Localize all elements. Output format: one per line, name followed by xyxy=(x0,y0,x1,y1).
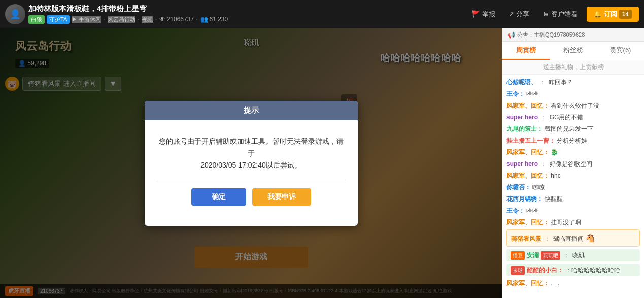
list-item: 风家军、回忆： 🐉 xyxy=(506,148,640,157)
notice-text: 公告：主播QQ1978059628 xyxy=(517,31,585,39)
list-item: 风家军、回忆： . . . xyxy=(506,279,640,288)
list-item: 心鲸呢语、 ： 咋回事？ xyxy=(506,78,640,87)
horse-icon: 🐴 xyxy=(585,232,595,244)
msg-username: 心鲸呢语、 xyxy=(506,79,537,86)
share-button[interactable]: ↗ 分享 xyxy=(504,8,533,21)
avatar-image: 👤 xyxy=(5,4,25,24)
msg-username: 九尾的策士： xyxy=(506,125,543,133)
client-button[interactable]: 🖥 客户端看 xyxy=(538,8,582,21)
tab-fans[interactable]: 粉丝榜 xyxy=(550,42,597,60)
dialog-header: 提示 xyxy=(145,101,358,120)
list-item-highlight2: 米球 酷酷的小白： ：哈哈哈哈哈哈哈哈 xyxy=(506,264,640,276)
list-item: 风家军、回忆： 挂哥没了啊 xyxy=(506,218,640,227)
share-icon: ↗ xyxy=(509,10,514,18)
msg-text: ：哈哈哈哈哈哈哈哈 xyxy=(565,266,620,275)
chat-messages: 心鲸呢语、 ： 咋回事？ 王令： 哈哈 风家军、回忆： 看到什么软件了没 sup… xyxy=(502,75,644,298)
msg-username: super hero xyxy=(506,160,538,168)
tag-game[interactable]: ▶ 手游休闲 xyxy=(72,16,101,23)
fans-icon: 👥 xyxy=(200,16,208,23)
msg-text: 快醒醒 xyxy=(545,195,563,203)
main-content: 风云岛行动 晓矶 哈哈哈哈哈哈哈哈 👤 59,298 🐷 骑猪看风景 进入直播间… xyxy=(0,28,644,298)
msg-username: 花西月锦绣： xyxy=(506,195,543,203)
avatar-area: 👤 加特林版本滑板鞋，4排带粉上星穹 白狼 守护TA ▶ 手游休闲 · 风云岛行… xyxy=(5,4,228,24)
list-item: 挂主播五上一曹： 分析分析娃 xyxy=(506,136,640,145)
msg-text: 晓矶 xyxy=(572,251,585,260)
chat-sidebar: 📢 公告：主播QQ1978059628 周贡榜 粉丝榜 贵宾(6) 送主播礼物，… xyxy=(502,28,644,298)
msg-text: 好像是谷歌空间 xyxy=(550,160,592,168)
dialog-overlay: 提示 您的账号由于开启辅助或加速工具。暂时无法登录游戏，请于2020/03/05… xyxy=(0,28,502,298)
msg-username: 风家军、回忆： xyxy=(506,149,549,156)
list-item: 九尾的策士： 截图的兄弟发一下 xyxy=(506,124,640,134)
msg-text: hhc xyxy=(551,172,560,179)
list-item: 风家军、回忆： hhc xyxy=(506,171,640,180)
sep3: · xyxy=(155,15,157,24)
dialog-body: 您的账号由于开启辅助或加速工具。暂时无法登录游戏，请于2020/03/05 17… xyxy=(145,120,358,226)
tab-weekly[interactable]: 周贡榜 xyxy=(502,42,550,60)
list-item: 风家军、回忆： 看到什么软件了没 xyxy=(506,101,640,110)
monitor-icon: 🖥 xyxy=(543,10,549,18)
subscribe-button[interactable]: 🔔 订阅 14 xyxy=(587,7,639,22)
msg-text: 咋回事？ xyxy=(549,79,573,86)
appeal-button[interactable]: 我要申诉 xyxy=(252,188,311,206)
msg-username: 王令： xyxy=(506,207,525,214)
list-item: 王令： 哈哈 xyxy=(506,206,640,215)
badge-red: 米球 xyxy=(511,266,525,275)
dialog-buttons: 确定 我要申诉 xyxy=(157,188,346,216)
highlight-tag: 猎豆 xyxy=(511,251,525,260)
top-bar-right: 🚩 举报 ↗ 分享 🖥 客户端看 🔔 订阅 14 xyxy=(468,7,639,22)
msg-text: 驾临直播间 xyxy=(553,235,584,242)
stat-fans: 👥 61,230 xyxy=(200,16,228,23)
msg-username: 风家军、回忆： xyxy=(506,280,549,287)
msg-username: 挂主播五上一曹： xyxy=(506,137,555,144)
msg-addon2: 酷酷的小白： xyxy=(527,266,563,275)
tab-guests[interactable]: 贵宾(6) xyxy=(597,42,644,60)
stat-views: 👁 21066737 xyxy=(159,16,194,23)
avatar[interactable]: 👤 xyxy=(5,4,25,24)
msg-text: 🐉 xyxy=(551,149,558,156)
msg-addon: 安澜 xyxy=(527,251,539,260)
msg-text: 哈哈 xyxy=(526,207,538,214)
msg-text: 哈哈 xyxy=(526,90,538,97)
dialog-message: 您的账号由于开启辅助或加速工具。暂时无法登录游戏，请于2020/03/05 17… xyxy=(157,136,346,172)
list-item-highlight: 猎豆 安澜 玩玩吧 ： 晓矶 xyxy=(506,249,640,261)
chat-tabs: 周贡榜 粉丝榜 贵宾(6) xyxy=(502,42,644,60)
msg-username: 风家军、回忆： xyxy=(506,102,549,109)
msg-username: 王令： xyxy=(506,90,525,97)
list-item: 王令： 哈哈 xyxy=(506,89,640,98)
confirm-button[interactable]: 确定 xyxy=(191,188,246,206)
msg-username: super hero xyxy=(506,114,538,121)
msg-text: GG用的不错 xyxy=(550,114,584,121)
sep4: · xyxy=(196,15,198,24)
chat-notice: 📢 公告：主播QQ1978059628 xyxy=(502,28,644,42)
subscribe-count: 14 xyxy=(619,10,632,19)
list-item: 花西月锦绣： 快醒醒 xyxy=(506,194,640,204)
nav-game-name[interactable]: 风云岛行动 xyxy=(108,16,135,23)
bell-icon: 🔔 xyxy=(594,10,602,18)
list-item: super hero ： GG用的不错 xyxy=(506,113,640,122)
list-item-special: 骑猪看风景 ： 驾临直播间 🐴 xyxy=(506,229,640,247)
nav-video[interactable]: 视频 xyxy=(142,16,153,23)
msg-text: 挂哥没了啊 xyxy=(551,219,581,226)
report-button[interactable]: 🚩 举报 xyxy=(468,8,499,21)
tag-wolf: 白狼 xyxy=(28,15,45,24)
msg-text: . . . xyxy=(551,280,559,287)
streamer-tags: 白狼 守护TA ▶ 手游休闲 · 风云岛行动 · 视频 · 👁 21066737… xyxy=(28,15,228,24)
game-tag: 玩玩吧 xyxy=(541,251,560,260)
list-item: super hero ： 好像是谷歌空间 xyxy=(506,159,640,169)
dialog-box: 提示 您的账号由于开启辅助或加速工具。暂时无法登录游戏，请于2020/03/05… xyxy=(145,101,358,226)
send-gift-bar[interactable]: 送主播礼物，上贡献榜 xyxy=(502,60,644,75)
list-item: 你霸否： 嗦嗦 xyxy=(506,183,640,192)
video-area: 风云岛行动 晓矶 哈哈哈哈哈哈哈哈 👤 59,298 🐷 骑猪看风景 进入直播间… xyxy=(0,28,502,298)
msg-username: 骑猪看风景 xyxy=(511,235,541,242)
msg-username: 风家军、回忆： xyxy=(506,172,549,179)
sep2: · xyxy=(138,15,140,24)
eye-icon: 👁 xyxy=(159,16,165,23)
msg-text: 分析分析娃 xyxy=(557,137,587,144)
msg-username: 风家军、回忆： xyxy=(506,219,549,226)
dialog-divider xyxy=(157,180,346,180)
notice-icon: 📢 xyxy=(507,31,515,39)
msg-text: 嗦嗦 xyxy=(532,184,545,191)
tag-guard[interactable]: 守护TA xyxy=(47,15,70,24)
sep1: · xyxy=(103,15,105,24)
streamer-info: 加特林版本滑板鞋，4排带粉上星穹 白狼 守护TA ▶ 手游休闲 · 风云岛行动 … xyxy=(28,4,228,24)
